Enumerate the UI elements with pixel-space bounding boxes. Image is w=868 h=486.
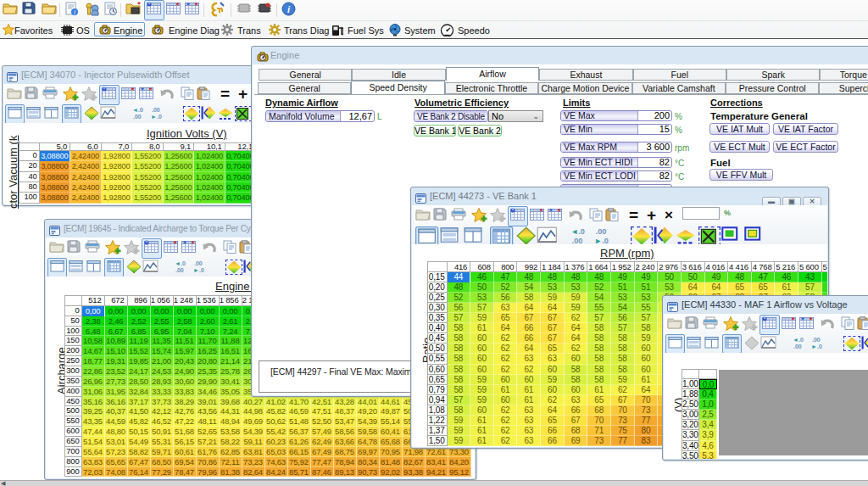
svg-text:4: 4 (104, 28, 107, 33)
svg-text:*: * (540, 208, 543, 215)
svg-text:*: * (149, 87, 153, 94)
svg-text:*: * (801, 316, 804, 324)
svg-text:*: * (137, 2, 141, 8)
svg-text:*: * (174, 240, 177, 248)
svg-text:*: * (195, 2, 198, 9)
svg-text:*: * (549, 208, 553, 215)
svg-text:*: * (186, 2, 190, 9)
svg-text:*: * (558, 208, 561, 215)
svg-text:4: 4 (157, 28, 159, 33)
svg-text:*: * (141, 87, 144, 94)
svg-text:*: * (131, 87, 135, 94)
svg-text:*: * (176, 2, 180, 9)
svg-text:*: * (810, 316, 813, 324)
svg-text:*: * (792, 316, 795, 324)
svg-text:4: 4 (262, 55, 264, 60)
svg-text:*: * (192, 240, 195, 248)
svg-text:*: * (183, 240, 186, 248)
